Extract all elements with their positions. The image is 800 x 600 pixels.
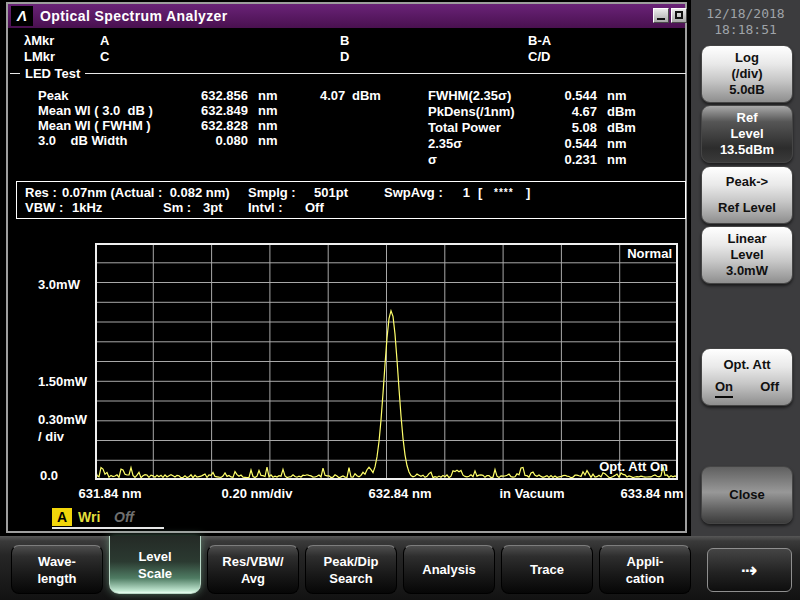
measure-value: 632.856 [184, 88, 248, 103]
measure-unit: nm [607, 88, 627, 103]
measure-unit: nm [607, 152, 627, 167]
opt-att-on-option[interactable]: On [715, 379, 733, 398]
measure-unit: nm [258, 118, 278, 133]
ref-level-line1: Ref [737, 110, 758, 126]
marker-d-label: D [340, 49, 349, 64]
y-axis-label-perdiv2: / div [38, 429, 64, 444]
time-text: 18:18:51 [691, 22, 800, 38]
menu-trace[interactable]: Trace [501, 545, 593, 594]
vbw-label: VBW : [25, 200, 63, 215]
spectrum-chart [95, 243, 678, 480]
vbw-value: 1kHz [72, 200, 102, 215]
measure-value: 0.231 [545, 152, 597, 167]
menu-application[interactable]: Appli- cation [599, 545, 691, 594]
measure-unit: dBm [607, 104, 636, 119]
measure-unit: nm [258, 103, 278, 118]
menu-label: Analysis [422, 561, 475, 578]
measure-unit: nm [258, 133, 278, 148]
smplg-label: Smplg : [248, 185, 296, 200]
measure-value: 0.080 [184, 133, 248, 148]
swpavg-label: SwpAvg : [384, 185, 443, 200]
measure-value: 0.544 [545, 136, 597, 151]
measure-label: Peak [38, 88, 68, 103]
menu-peak-dip-search[interactable]: Peak/Dip Search [305, 545, 397, 594]
log-button-line1: Log [735, 50, 759, 66]
ref-level-line3: 13.5dBm [720, 142, 774, 158]
maximize-button[interactable] [671, 8, 687, 23]
close-button[interactable]: Close [701, 466, 793, 524]
marker-a-label: A [100, 33, 109, 48]
intvl-label: Intvl : [248, 200, 283, 215]
minimize-button[interactable] [653, 8, 669, 23]
y-axis-label-perdiv: 0.30mW [38, 412, 87, 427]
measure-value: 0.544 [545, 88, 597, 103]
trace-mode-badge: Normal [500, 246, 672, 261]
ref-level-button[interactable]: Ref Level 13.5dBm [701, 105, 793, 163]
marker-ratio-label: C/D [528, 49, 550, 64]
linear-level-line1: Linear [727, 231, 766, 247]
menu-label: Peak/Dip [324, 553, 379, 570]
opt-att-button[interactable]: Opt. Att On Off [701, 348, 793, 406]
opt-att-title: Opt. Att [723, 357, 770, 373]
measure-label: Mean Wl ( 3.0 dB ) [38, 103, 153, 118]
x-axis-label-start: 631.84 nm [79, 486, 142, 501]
menu-res-vbw-avg[interactable]: Res/VBW/ Avg [207, 545, 299, 594]
measure-label: FWHM(2.35σ) [428, 88, 511, 103]
measure-value: 632.828 [184, 118, 248, 133]
linear-level-button[interactable]: Linear Level 3.0mW [701, 226, 793, 284]
menu-level-scale[interactable]: Level Scale [109, 536, 201, 594]
measure-value: 5.08 [545, 120, 597, 135]
opt-att-off-option[interactable]: Off [760, 379, 779, 398]
menu-label: Search [329, 570, 372, 587]
menu-more-button[interactable]: ⇢ [707, 548, 792, 592]
anritsu-logo-icon: Λ [11, 6, 33, 26]
swpavg-stars: **** [494, 186, 514, 199]
sm-label: Sm : [163, 200, 191, 215]
y-axis-label-zero: 0.0 [40, 468, 58, 483]
swpavg-bracket-open: [ [478, 185, 482, 200]
minimize-icon [657, 18, 665, 20]
maximize-icon [675, 11, 683, 19]
intvl-value: Off [305, 200, 324, 215]
menu-label: Trace [530, 561, 564, 578]
menu-label: length [38, 570, 77, 587]
y-axis-label-mid: 1.50mW [38, 374, 87, 389]
measure-label: 2.35σ [428, 136, 462, 151]
trace-off-state: Off [114, 509, 134, 525]
spectrum-plot [95, 243, 678, 480]
datetime-display: 12/18/2018 18:18:51 [691, 6, 800, 38]
title-bar: Λ Optical Spectrum Analyzer [8, 4, 685, 28]
menu-wavelength[interactable]: Wave- length [11, 545, 103, 594]
measure-unit: nm [607, 136, 627, 151]
menu-label: Level [138, 548, 171, 565]
section-divider [10, 73, 686, 74]
trace-letter-badge[interactable]: A [52, 508, 72, 526]
menu-label: cation [626, 570, 664, 587]
measure-label: 3.0 dB Width [38, 133, 127, 148]
menu-label: Wave- [38, 553, 76, 570]
analysis-section-title: LED Test [20, 66, 85, 81]
marker-c-label: C [100, 49, 109, 64]
swpavg-bracket-close: ] [526, 185, 530, 200]
y-axis-label-ref: 3.0mW [38, 277, 80, 292]
log-per-div-button[interactable]: Log (/div) 5.0dB [701, 45, 793, 103]
opt-att-status-badge: Opt. Att On [500, 459, 668, 474]
res-value: 0.07nm (Actual : 0.082 nm) [62, 185, 230, 200]
measure-label: σ [428, 152, 437, 167]
peak-to-ref-level-button[interactable]: Peak-> Ref Level [701, 166, 793, 224]
x-axis-label-stop: 633.84 nm [621, 486, 684, 501]
menu-analysis[interactable]: Analysis [403, 545, 495, 594]
ref-level-line2: Level [730, 126, 763, 142]
menu-label: Res/VBW/ [222, 553, 283, 570]
linear-level-line2: Level [730, 247, 763, 263]
x-axis-label-center: 632.84 nm [369, 486, 432, 501]
measure-label: Total Power [428, 120, 501, 135]
measure-label: PkDens(/1nm) [428, 104, 515, 119]
marker-diff-label: B-A [528, 33, 551, 48]
measure-value: 4.67 [545, 104, 597, 119]
linear-level-line3: 3.0mW [726, 263, 768, 279]
measure-value: 632.849 [184, 103, 248, 118]
menu-label: Avg [241, 570, 265, 587]
trace-status-underline [52, 527, 164, 529]
marker-wavelength-label: λMkr [24, 33, 54, 48]
